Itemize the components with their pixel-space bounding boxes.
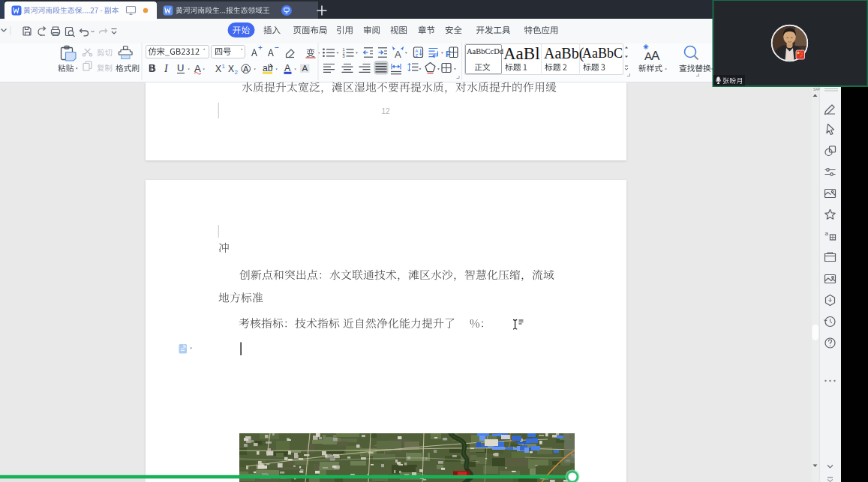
svg-text:1: 1	[222, 63, 226, 70]
svg-text:Z: Z	[416, 53, 419, 58]
svg-text:AaBl: AaBl	[503, 44, 540, 63]
svg-text:A: A	[395, 49, 401, 60]
svg-text:X: X	[215, 64, 221, 74]
svg-text:AaBbCcDd: AaBbCcDd	[467, 47, 504, 55]
svg-text:A: A	[284, 63, 291, 73]
svg-text:a: a	[825, 230, 829, 237]
svg-text:AaBb(: AaBb(	[544, 45, 584, 62]
svg-text:A: A	[302, 64, 308, 73]
svg-text:A: A	[651, 49, 660, 63]
svg-text:U: U	[177, 62, 184, 73]
svg-text:F: F	[446, 49, 451, 58]
svg-text:X: X	[228, 64, 234, 74]
svg-text:3: 3	[343, 54, 345, 58]
svg-text:A: A	[243, 64, 249, 73]
svg-text:I: I	[164, 63, 169, 74]
svg-text:SAP: SAP	[813, 88, 820, 91]
svg-text:12: 12	[381, 107, 390, 115]
svg-text:2: 2	[235, 69, 239, 76]
svg-text:AaBbC: AaBbC	[582, 46, 623, 61]
